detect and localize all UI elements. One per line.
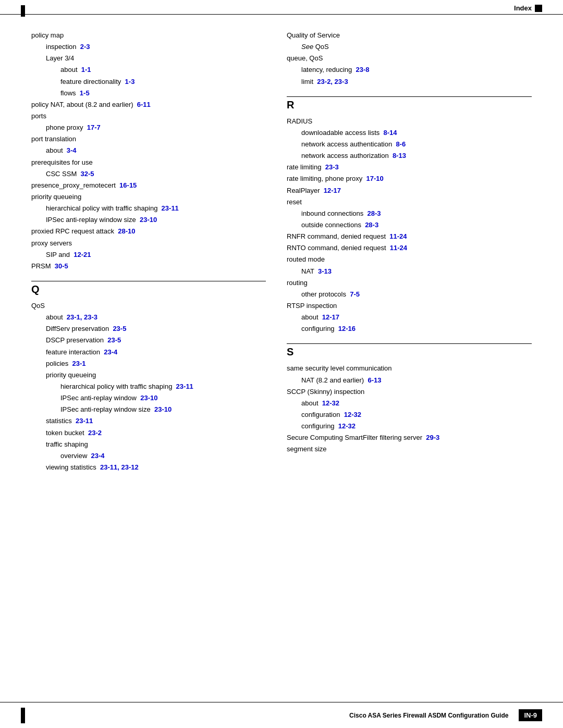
list-item: QoS (31, 301, 266, 311)
list-item: other protocols 7-5 (287, 289, 532, 300)
list-item: token bucket 23-2 (31, 428, 266, 438)
list-item: rate limiting, phone proxy 17-10 (287, 174, 532, 184)
list-item: IPSec anti-replay window size 23-10 (31, 215, 266, 225)
footer-title: Cisco ASA Series Firewall ASDM Configura… (25, 712, 519, 719)
list-item: statistics 23-11 (31, 416, 266, 426)
list-item: NAT 3-13 (287, 266, 532, 277)
list-item: policy map (31, 30, 266, 41)
list-item: configuring 12-32 (287, 421, 532, 431)
list-item: hierarchical policy with traffic shaping… (31, 203, 266, 214)
page-number: IN-9 (519, 709, 542, 721)
top-left-bar (21, 5, 25, 17)
section-s-header: S (287, 343, 532, 358)
list-item: RTSP inspection (287, 301, 532, 311)
list-item: routed mode (287, 254, 532, 265)
list-item: feature directionality 1-3 (31, 77, 266, 87)
list-item: See QoS (287, 42, 532, 52)
list-item: ports (31, 111, 266, 121)
list-item: priority queueing (31, 192, 266, 202)
list-item: phone proxy 17-7 (31, 122, 266, 133)
list-item: latency, reducing 23-8 (287, 65, 532, 75)
list-item: rate limiting 23-3 (287, 162, 532, 172)
list-item: policy NAT, about (8.2 and earlier) 6-11 (31, 100, 266, 110)
list-item: Secure Computing SmartFilter filtering s… (287, 433, 532, 443)
list-item: about 1-1 (31, 65, 266, 75)
section-q-letter: Q (31, 283, 40, 295)
header-index-label: Index (514, 4, 532, 12)
list-item: overview 23-4 (31, 451, 266, 461)
list-item: segment size (287, 444, 532, 454)
section-s-letter: S (287, 346, 293, 358)
list-item: configuring 12-16 (287, 324, 532, 334)
list-item: DiffServ preservation 23-5 (31, 324, 266, 334)
list-item: prerequisites for use (31, 157, 266, 168)
list-item: RealPlayer 12-17 (287, 186, 532, 196)
list-item: RNTO command, denied request 11-24 (287, 243, 532, 253)
list-item: about 23-1, 23-3 (31, 312, 266, 323)
list-item: routing (287, 278, 532, 288)
list-item: RADIUS (287, 116, 532, 127)
list-item: Quality of Service (287, 30, 532, 41)
list-item: CSC SSM 32-5 (31, 169, 266, 179)
list-item: Layer 3/4 (31, 53, 266, 64)
list-item: feature interaction 23-4 (31, 347, 266, 357)
list-item: traffic shaping (31, 439, 266, 450)
list-item: same security level communication (287, 363, 532, 374)
list-item: port translation (31, 134, 266, 144)
list-item: about 12-17 (287, 312, 532, 323)
list-item: about 3-4 (31, 145, 266, 156)
section-q-header: Q (31, 281, 266, 295)
left-column: policy map inspection 2-3 Layer 3/4 abou… (31, 30, 282, 474)
page-footer: Cisco ASA Series Firewall ASDM Configura… (0, 702, 563, 728)
list-item: PRSM 30-5 (31, 261, 266, 272)
header-square-icon (535, 5, 542, 12)
list-item: about 12-32 (287, 398, 532, 409)
list-item: hierarchical policy with traffic shaping… (31, 381, 266, 392)
section-r-letter: R (287, 99, 294, 111)
list-item: priority queueing (31, 370, 266, 380)
right-column: Quality of Service See QoS queue, QoS la… (282, 30, 532, 474)
list-item: IPSec anti-replay window size 23-10 (31, 404, 266, 415)
list-item: IPSec anti-replay window 23-10 (31, 393, 266, 403)
list-item: viewing statistics 23-11, 23-12 (31, 462, 266, 473)
list-item: flows 1-5 (31, 88, 266, 98)
list-item: reset (287, 197, 532, 207)
list-item: proxy servers (31, 238, 266, 249)
list-item: configuration 12-32 (287, 410, 532, 420)
list-item: outside connections 28-3 (287, 220, 532, 230)
list-item: policies 23-1 (31, 359, 266, 369)
list-item: RNFR command, denied request 11-24 (287, 231, 532, 242)
list-item: proxied RPC request attack 28-10 (31, 226, 266, 237)
page-header: Index (0, 0, 563, 15)
list-item: network access authorization 8-13 (287, 151, 532, 161)
list-item: network access authentication 8-6 (287, 139, 532, 150)
list-item: SCCP (Skinny) inspection (287, 387, 532, 397)
list-item: inbound connections 28-3 (287, 208, 532, 219)
list-item: NAT (8.2 and earlier) 6-13 (287, 375, 532, 386)
list-item: queue, QoS (287, 53, 532, 64)
footer-left-bar (21, 708, 25, 723)
section-r-header: R (287, 96, 532, 111)
list-item: inspection 2-3 (31, 42, 266, 52)
list-item: DSCP preservation 23-5 (31, 335, 266, 346)
page: Index policy map inspection 2-3 Layer 3/… (0, 0, 563, 728)
list-item: presence_proxy_remotecert 16-15 (31, 180, 266, 191)
list-item: SIP and 12-21 (31, 250, 266, 260)
list-item: limit 23-2, 23-3 (287, 77, 532, 87)
list-item: downloadable access lists 8-14 (287, 128, 532, 138)
main-content: policy map inspection 2-3 Layer 3/4 abou… (0, 15, 563, 505)
